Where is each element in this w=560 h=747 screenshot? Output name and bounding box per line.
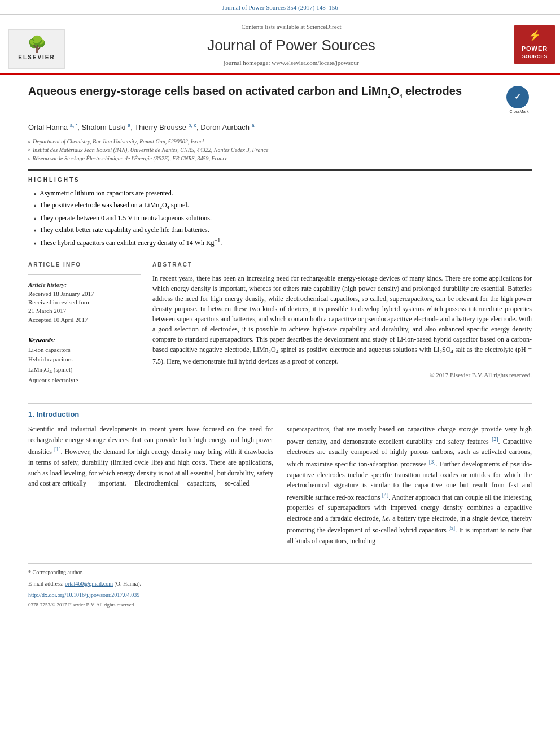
article-history: Article history: Received 18 January 201… <box>28 281 141 324</box>
journal-homepage: journal homepage: www.elsevier.com/locat… <box>79 59 504 67</box>
article-title: Aqueous energy-storage cells based on ac… <box>28 84 501 100</box>
keywords-label: Keywords: <box>28 336 141 344</box>
keyword-4: Aqueous electrolyte <box>28 375 141 386</box>
affil-text-c: Réseau sur le Stockage Électrochimique d… <box>33 154 228 163</box>
power-sources-logo: ⚡ POWER SOURCES <box>509 20 560 73</box>
authors-line: Ortal Hanna a, *, Shalom Luski a, Thierr… <box>28 122 532 133</box>
crossmark-label: CrossMark <box>506 109 532 115</box>
homepage-text: journal homepage: www.elsevier.com/locat… <box>224 59 358 66</box>
introduction-col-right: supercapacitors, that are mostly based o… <box>287 424 532 547</box>
keyword-3: LiMn2O4 (spinel) <box>28 365 141 376</box>
introduction-section: 1. Introduction Scientific and industria… <box>28 403 532 547</box>
highlight-item-1: Asymmetric lithium ion capacitors are pr… <box>34 187 532 199</box>
copyright: © 2017 Elsevier B.V. All rights reserved… <box>152 371 532 379</box>
elsevier-tree-icon: 🌳 <box>27 37 47 53</box>
elsevier-brand-text: ELSEVIER <box>18 54 55 62</box>
keyword-1: Li-ion capacitors <box>28 345 141 355</box>
ref-2[interactable]: [2] <box>492 436 498 442</box>
elsevier-logo-box: 🌳 ELSEVIER <box>8 29 65 69</box>
history-label: Article history: <box>28 281 141 289</box>
divider-highlights <box>28 255 532 255</box>
keywords-list: Li-ion capacitors Hybrid capacitors LiMn… <box>28 345 141 386</box>
divider-post-affiliations <box>28 169 532 171</box>
corresponding-author-note: * Corresponding author. <box>28 569 532 576</box>
highlight-item-5: These hybrid capacitors can exhibit ener… <box>34 235 532 249</box>
divider-article-info-top <box>28 274 141 275</box>
ps-icon: ⚡ <box>528 29 541 43</box>
article-info-label: ARTICLE INFO <box>28 261 141 269</box>
article-footer: * Corresponding author. E-mail address: … <box>28 563 532 609</box>
journal-reference: Journal of Power Sources 354 (2017) 148–… <box>222 4 338 11</box>
ref-4[interactable]: [4] <box>382 492 389 498</box>
introduction-col-left: Scientific and industrial developments i… <box>28 424 273 547</box>
journal-header: 🌳 ELSEVIER Contents lists available at S… <box>0 15 560 74</box>
author-1: Ortal Hanna a, * <box>28 123 77 132</box>
divider-abstract-end <box>28 394 532 394</box>
received-revised-label: Received in revised form <box>28 298 141 307</box>
doi-line[interactable]: http://dx.doi.org/10.1016/j.jpowsour.201… <box>28 591 532 599</box>
author-2: Shalom Luski a <box>81 123 130 132</box>
email-label: E-mail address: <box>28 580 63 587</box>
highlights-section: HIGHLIGHTS Asymmetric lithium ion capaci… <box>28 176 532 249</box>
journal-reference-bar: Journal of Power Sources 354 (2017) 148–… <box>0 0 560 15</box>
contents-available-text: Contents lists available at ScienceDirec… <box>241 23 341 30</box>
highlight-item-2: The positive electrode was based on a Li… <box>34 199 532 212</box>
keywords-section: Keywords: Li-ion capacitors Hybrid capac… <box>28 336 141 386</box>
affiliation-3: c Réseau sur le Stockage Électrochimique… <box>28 154 532 163</box>
affil-letter-b: b <box>28 147 30 154</box>
abstract-label: ABSTRACT <box>152 261 532 269</box>
affiliation-2: b Institut des Matériaux Jean Rouxel (IM… <box>28 146 532 154</box>
affiliations: a Department of Chemistry, Bar-Ilan Univ… <box>28 137 532 163</box>
ps-logo-box: ⚡ POWER SOURCES <box>514 25 555 64</box>
author-3: Thierry Brousse b, c <box>134 123 196 132</box>
issn-line: 0378-7753/© 2017 Elsevier B.V. All right… <box>28 601 532 609</box>
email-person: (O. Hanna). <box>115 580 141 587</box>
affil-text-a: Department of Chemistry, Bar-Ilan Univer… <box>33 137 204 146</box>
page-wrapper: Journal of Power Sources 354 (2017) 148–… <box>0 0 560 617</box>
crossmark-icon: ✓ <box>506 86 529 108</box>
intro-text-right: supercapacitors, that are mostly based o… <box>287 424 532 547</box>
corresponding-label: * Corresponding author. <box>28 569 83 575</box>
crossmark-badge: ✓ CrossMark <box>506 86 532 108</box>
journal-title: Journal of Power Sources <box>79 35 504 55</box>
science-direct-line: Contents lists available at ScienceDirec… <box>79 23 504 31</box>
highlight-item-3: They operate between 0 and 1.5 V in neut… <box>34 212 532 224</box>
article-content: Aqueous energy-storage cells based on ac… <box>0 75 560 618</box>
introduction-columns: Scientific and industrial developments i… <box>28 424 532 547</box>
highlight-item-4: They exhibit better rate capability and … <box>34 224 532 236</box>
abstract-column: ABSTRACT In recent years, there has been… <box>152 261 532 386</box>
journal-header-center: Contents lists available at ScienceDirec… <box>73 20 509 73</box>
email-link[interactable]: ortal460@gmail.com <box>65 580 113 587</box>
ps-logo-power: POWER <box>522 45 548 53</box>
article-info-column: ARTICLE INFO Article history: Received 1… <box>28 261 141 386</box>
author-4: Doron Aurbach a <box>200 123 254 132</box>
revised-date: 21 March 2017 <box>28 307 141 315</box>
affiliation-1: a Department of Chemistry, Bar-Ilan Univ… <box>28 137 532 146</box>
received-date: Received 18 January 2017 <box>28 290 141 298</box>
ps-logo-sources: SOURCES <box>522 53 548 60</box>
ref-3[interactable]: [3] <box>429 458 436 465</box>
ref-1[interactable]: [1] <box>54 446 61 452</box>
article-title-section: Aqueous energy-storage cells based on ac… <box>28 84 532 114</box>
ref-5[interactable]: [5] <box>449 525 456 531</box>
highlights-list: Asymmetric lithium ion capacitors are pr… <box>34 187 532 249</box>
affil-letter-c: c <box>28 155 30 162</box>
divider-article-info-mid <box>28 330 141 330</box>
keyword-2: Hybrid capacitors <box>28 355 141 365</box>
email-line: E-mail address: ortal460@gmail.com (O. H… <box>28 580 532 588</box>
affil-letter-a: a <box>28 138 30 145</box>
accepted-date: Accepted 10 April 2017 <box>28 316 141 324</box>
affil-text-b: Institut des Matériaux Jean Rouxel (IMN)… <box>33 146 268 154</box>
doi-link[interactable]: http://dx.doi.org/10.1016/j.jpowsour.201… <box>28 592 139 598</box>
introduction-heading: 1. Introduction <box>28 409 532 420</box>
abstract-text: In recent years, there has been an incre… <box>152 273 532 366</box>
elsevier-logo: 🌳 ELSEVIER <box>0 20 73 73</box>
highlights-label: HIGHLIGHTS <box>28 176 532 184</box>
intro-text-left: Scientific and industrial developments i… <box>28 424 273 489</box>
article-info-abstract: ARTICLE INFO Article history: Received 1… <box>28 261 532 386</box>
